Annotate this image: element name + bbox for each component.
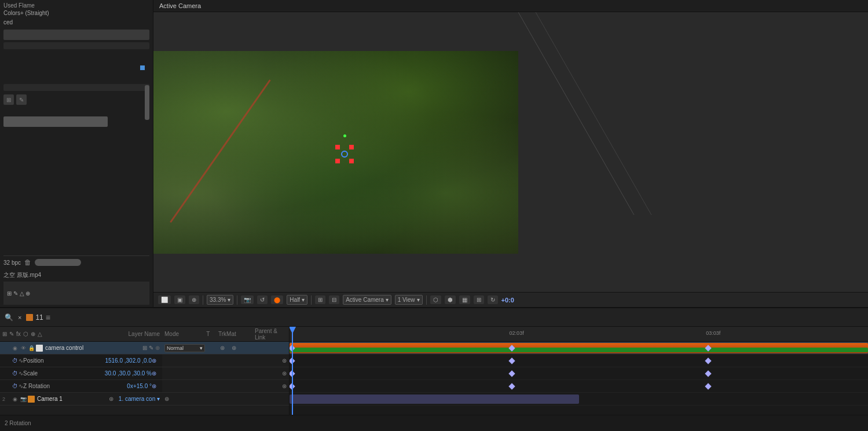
track-row-scale	[290, 367, 868, 380]
comp-title-bar: Active Camera	[153, 0, 868, 12]
layer-row-camera-control[interactable]: ◉ 👁 🔒 camera control ⊞ ✎ ⊕	[0, 342, 162, 355]
prop-val-scale: 30.0 ,30.0 ,30.0 %	[105, 370, 152, 377]
used-flame-label: Used Flame	[3, 2, 149, 9]
timeline-header-icons: 🔍 × 11 ≡	[5, 313, 50, 322]
kf-pos-3	[705, 357, 712, 364]
kf-rot-3	[705, 383, 712, 389]
sep-2	[237, 295, 237, 305]
quality-value: Half	[290, 297, 300, 303]
quality-dropdown[interactable]: Half ▾	[287, 295, 307, 305]
timeline-tracks: 02:03f 03:03f	[290, 327, 868, 415]
comp-video	[153, 51, 518, 254]
views-dropdown[interactable]: 1 View ▾	[395, 295, 423, 305]
prop-name-position: Position	[23, 357, 101, 364]
zoom-dropdown[interactable]: 33.3% ▾	[207, 295, 233, 305]
track-bar-green	[290, 348, 868, 352]
camera1-row-icons: ◉ 📷	[12, 396, 27, 403]
prop-name-rotation: Z Rotation	[23, 383, 123, 389]
camera-icon-btn[interactable]: 📷	[241, 295, 254, 304]
panel-icon-2[interactable]: ✎	[16, 94, 27, 105]
panel-icon-1[interactable]: ⊞	[3, 94, 14, 105]
controls-placeholder: ⊞ ✎ △ ⊕	[7, 290, 30, 297]
parent-val-cam1: 1. camera con ▾	[119, 396, 160, 402]
camera-control-row-icons: ◉ 👁 🔒	[12, 345, 35, 352]
hdr-trkmat: TrkMat	[218, 331, 250, 337]
export-btn[interactable]: ⬡	[430, 295, 441, 304]
kf-scale-3	[705, 370, 712, 377]
layer-switch-1[interactable]: ⊞	[142, 345, 147, 351]
panel-bar-2	[3, 42, 149, 49]
snapshot-btn[interactable]: ⬜	[158, 295, 171, 304]
opacity-slider[interactable]	[35, 259, 81, 266]
tl-search-icon[interactable]: 🔍	[5, 313, 13, 322]
kf-scale-2	[508, 370, 515, 377]
track-row-cam1	[290, 393, 868, 406]
trash-icon[interactable]: 🗑	[24, 258, 31, 266]
mode-chevron-cam: ▾	[200, 345, 203, 351]
hdr-mode: Mode	[164, 331, 202, 337]
camera-view-dropdown[interactable]: Active Camera ▾	[343, 295, 391, 305]
layer-row-z-rotation[interactable]: ⏱ ∿ Z Rotation 0x+15.0 ° ⊛	[0, 380, 162, 393]
bottom-bar: 2 Rotation	[0, 415, 868, 431]
layer-name-camera-control: camera control	[45, 345, 142, 351]
camera-view-value: Active Camera	[346, 297, 384, 303]
camera1-right: ⊛ 1. camera con ▾	[109, 396, 160, 402]
track-row-position	[290, 355, 868, 367]
network-btn[interactable]: ⊞	[474, 295, 484, 304]
mode-dropdown-cam[interactable]: Normal ▾	[164, 344, 205, 352]
tracker-widget[interactable]	[333, 143, 356, 166]
layer-switch-3[interactable]: ⊕	[155, 345, 160, 351]
timeline-area: 🔍 × 11 ≡ ⊞ ✎ fx ⬡ ⊕ △ Layer Name	[0, 307, 868, 431]
mode-row-cam-control: Normal ▾ ⊛ ⊛	[162, 342, 289, 355]
tl-x-btn[interactable]: ×	[18, 314, 21, 321]
comp-toolbar: ⬜ ▣ ⊕ 33.3% ▾ 📷 ↺ ⬤ Half ▾	[153, 292, 868, 307]
panel-bar-wide	[3, 116, 108, 127]
layer-switch-2[interactable]: ✎	[149, 345, 153, 351]
grid-btn[interactable]: ⊞	[315, 295, 325, 304]
layer-swatch-0	[36, 345, 43, 352]
video-background	[153, 51, 518, 254]
tl-menu-icon[interactable]: ≡	[46, 313, 50, 322]
layer-row-position[interactable]: ⏱ ∿ Position 1516.0 ,302.0 ,0.0 ⊛	[0, 355, 162, 367]
color-btn[interactable]: ⬤	[271, 295, 283, 304]
scroll-thumb[interactable]	[145, 85, 149, 120]
hdr-icon-transform: ⊞	[2, 331, 7, 337]
lock-icon[interactable]: 🔒	[28, 345, 35, 352]
tracks-ruler: 02:03f 03:03f	[290, 327, 868, 342]
tracker-dot-tr	[349, 145, 354, 149]
hdr-icon-adj: △	[38, 331, 42, 337]
camera-view-chevron: ▾	[386, 297, 389, 303]
track-row-cam-control	[290, 342, 868, 355]
safe-btn[interactable]: ⊟	[329, 295, 339, 304]
mode-row-scale: ⊛	[162, 367, 289, 380]
solo-icon[interactable]: ◉	[12, 345, 19, 352]
tracking-line	[170, 79, 271, 222]
views-value: 1 View	[398, 297, 415, 303]
svg-line-0	[518, 12, 634, 215]
timecode-1: 02:03f	[510, 330, 524, 336]
layer-num-2: 2	[2, 396, 12, 402]
layer-row-scale[interactable]: ⏱ ∿ Scale 30.0 ,30.0 ,30.0 % ⊛	[0, 367, 162, 380]
blue-indicator	[140, 65, 145, 70]
quality-chevron: ▾	[302, 297, 305, 303]
chart-btn[interactable]: ▦	[459, 295, 470, 304]
viewer-mode-btn[interactable]: ⊕	[189, 295, 199, 304]
display-btn[interactable]: ▣	[174, 295, 185, 304]
svg-line-1	[536, 12, 651, 215]
sync-btn[interactable]: ↻	[488, 295, 498, 304]
spiral-trkmat-cam: ⊛	[220, 345, 228, 351]
eye-icon[interactable]: 👁	[20, 345, 27, 352]
right-diag-area	[518, 12, 868, 292]
mode-header: Mode T TrkMat Parent & Link	[162, 327, 289, 342]
mode-row-rotation: ⊛	[162, 380, 289, 393]
playhead-top	[290, 327, 296, 334]
timecode-offset: +0:0	[501, 297, 514, 304]
solo-icon-2[interactable]: ◉	[12, 396, 19, 403]
file-label: 之空 原版.mp4	[3, 271, 149, 279]
tracker-center	[341, 151, 348, 158]
tracker-green-dot	[343, 134, 346, 137]
hdr-parent: Parent & Link	[255, 328, 287, 341]
render-btn[interactable]: ⬢	[445, 295, 456, 304]
layer-row-camera1[interactable]: 2 ◉ 📷 Camera 1 ⊛ 1. camera con ▾	[0, 393, 162, 406]
loop-btn[interactable]: ↺	[257, 295, 268, 304]
